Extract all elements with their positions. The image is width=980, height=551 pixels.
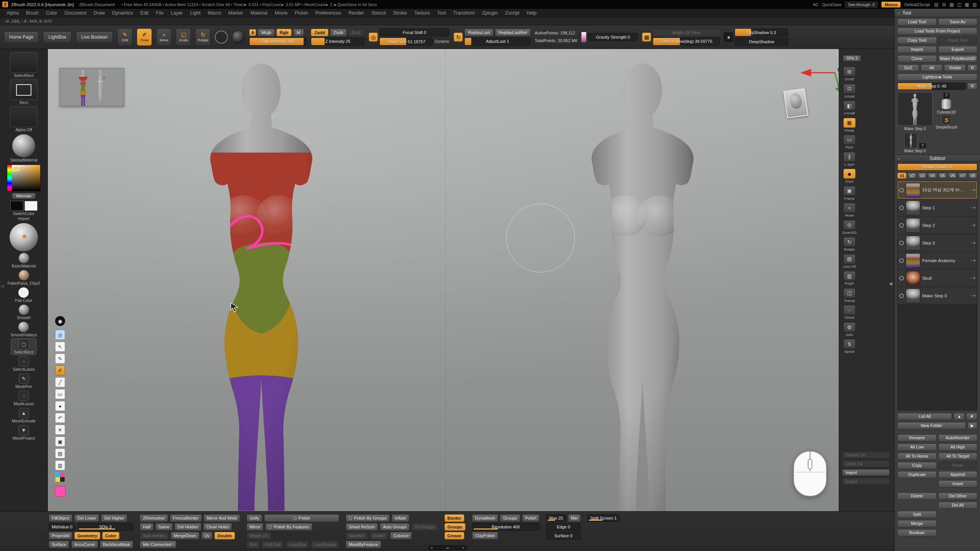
menu-item[interactable]: Stencil [368,10,389,16]
panel-button[interactable]: Double [214,532,235,540]
panel-button[interactable]: Del Hidden [175,523,201,531]
subtool-button[interactable]: Delete [897,492,937,500]
panel-button[interactable]: Geometry [74,532,100,540]
shelf-icon[interactable]: ◎ [843,220,856,230]
menu-item[interactable]: Stroke [390,10,410,16]
palette-cyan[interactable] [56,473,60,477]
rotate-button[interactable]: ↻ Rotate [195,28,211,46]
document-canvas[interactable]: ◉ ◎↖✎✐╱▭●↶✕▣▤▥ [48,49,839,511]
tool-button[interactable]: Load Tool [897,18,937,26]
texture-button[interactable]: Clone Txt [842,460,890,467]
subtool-item[interactable]: Step 2 [898,217,977,234]
view-tab[interactable]: V2 [907,173,916,179]
thumbnail-colored[interactable] [77,69,90,106]
subtool-item[interactable]: Step 3 [898,234,977,252]
subtool-button[interactable]: Del Other [938,492,978,500]
shelf-icon[interactable]: ⊡ [843,84,856,94]
obj-shadow-slider[interactable]: ObjShadow 0.3 [735,28,788,36]
panel-collapse-arrow[interactable]: ◀ [889,281,892,286]
view-tab[interactable]: V7 [958,173,967,179]
current-tool-thumbnail[interactable] [897,92,933,126]
document-scrollbar[interactable]: ◄▬► [428,546,467,550]
color-palette-icon[interactable] [55,472,65,482]
sculpt-polypaint-figure[interactable] [184,55,339,511]
shelf-item[interactable]: ↻ Rotate [843,237,856,251]
eye-icon[interactable] [899,241,904,245]
palette-magenta[interactable] [60,473,65,477]
panel-button[interactable]: Polish By Features [265,523,312,531]
annotate-icon[interactable]: ◎ [55,330,65,340]
eye-icon[interactable] [899,258,904,263]
annotate-icon[interactable]: ▤ [55,448,65,458]
shelf-icon[interactable]: ▭ [843,135,856,145]
panel-button[interactable]: Polish [264,514,339,522]
panel-button[interactable]: Del Lower [74,514,100,522]
panel-button[interactable]: Color [102,532,119,540]
shelf-icon[interactable]: ◫ [843,288,856,298]
tool-button[interactable]: Visible [944,64,966,72]
panel-button[interactable]: StoreMT [346,532,368,540]
cylinder3d-thumbnail[interactable] [941,99,951,109]
panel-button[interactable]: MaskByFeature [346,541,381,548]
menu-item[interactable]: Marker [225,10,247,16]
panel-button[interactable]: Close Holes [203,523,232,531]
eye-icon[interactable] [899,276,904,280]
tool-button[interactable]: Clone [897,55,937,62]
menu-item[interactable]: Document [61,10,90,16]
titlebar-icon[interactable]: ▥ [972,2,978,7]
panel-button[interactable]: FillObject [49,514,72,522]
subtool-item[interactable]: Skull [898,269,977,287]
view-tab[interactable]: V1 [897,173,906,179]
live-boolean-button[interactable]: Live Boolean [76,31,113,43]
panel-button[interactable]: Morph UV [247,532,272,540]
shelf-item[interactable]: ◧ AAHalf [843,101,856,115]
focal-shift-icon[interactable]: ◎ [369,33,378,42]
subtool-toggles[interactable] [966,258,975,262]
view-tab[interactable]: V5 [938,173,947,179]
perspective-icon[interactable]: ▦ [642,33,651,42]
panel-button[interactable]: Min [568,514,581,522]
tool-button[interactable]: Export [938,46,978,53]
document-thumbnails[interactable] [60,68,124,106]
subtool-toggles[interactable] [966,241,975,245]
visible-count-slider[interactable]: Visible Count 13 [897,163,977,171]
menu-item[interactable]: Transform [450,10,479,16]
adjust-last-slider[interactable]: AdjustLast 1 [464,37,530,46]
quick-pick-item[interactable]: SmoothValleys [7,321,40,337]
annotate-icon[interactable]: ✎ [55,354,65,364]
panel-button[interactable]: SDiv 3 [77,523,133,531]
angle-of-view-button[interactable]: Angle Of View [653,29,720,36]
shelf-item[interactable]: ◍ Solo [843,322,856,337]
shelf-item[interactable]: ∥ L.Sym [843,152,856,166]
panel-button[interactable]: Groups [444,523,466,531]
shelf-item[interactable]: ⊡ Actual [843,84,856,98]
annotate-icon[interactable]: ↶ [55,413,65,423]
switch-color-button[interactable]: SwitchColor [13,211,34,216]
white-swatch[interactable] [24,201,38,211]
annotate-icon[interactable]: ▭ [55,389,65,399]
focal-shift-slider[interactable]: Focal Shift 0 [379,28,449,36]
subtool-toggles[interactable] [966,188,975,192]
panel-button[interactable]: Auto Groups [380,523,410,531]
subtool-item[interactable]: Step 1 [898,199,977,217]
shelf-item[interactable]: ▦ Persp [843,118,856,132]
titlebar-icon[interactable]: ⊞ [941,2,947,7]
subtool-button[interactable]: Append [938,471,978,478]
subtool-button[interactable]: Split [897,511,937,518]
annotate-icon[interactable]: ✕ [55,425,65,435]
palette-yellow[interactable] [56,477,60,482]
subtool-toggles[interactable] [966,293,975,298]
shelf-icon[interactable]: ◍ [843,322,856,332]
subtool-button[interactable]: All High [938,443,978,451]
menu-item[interactable]: Draw [90,10,108,16]
material-preview-ball[interactable] [232,31,245,44]
tool-button[interactable]: All [921,64,942,72]
annotate-icon[interactable]: ╱ [55,377,65,387]
field-of-view-slider[interactable]: Field of view(deg) 39.59775 [653,37,720,46]
view-tab[interactable]: V4 [928,173,937,179]
panel-button[interactable]: Colorize [390,532,412,540]
shelf-icon[interactable]: ▥ [843,271,856,281]
subtool-button[interactable]: Merge [897,520,937,527]
draw-button[interactable]: ✐ Draw [137,28,152,46]
shelf-item[interactable]: ▣ Frame [843,186,856,201]
